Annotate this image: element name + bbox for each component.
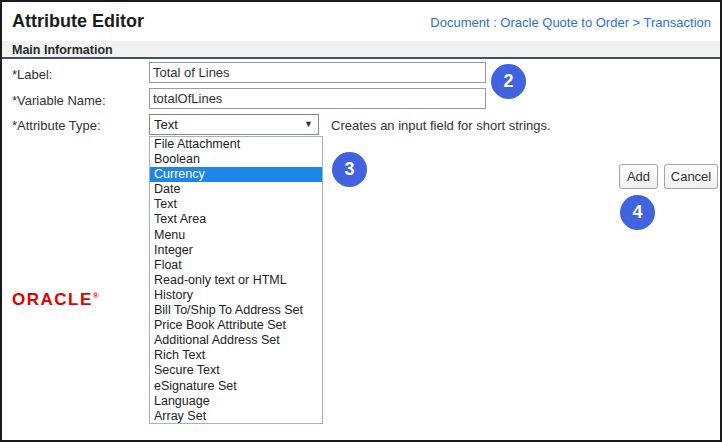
attribute-type-help-text: Creates an input field for short strings… — [331, 118, 551, 133]
dropdown-option[interactable]: Menu — [150, 228, 322, 243]
dropdown-option[interactable]: Price Book Attribute Set — [150, 318, 322, 333]
chevron-down-icon: ▼ — [304, 115, 313, 134]
variable-name-input[interactable] — [149, 88, 486, 109]
dropdown-option[interactable]: Additional Address Set — [150, 333, 322, 348]
attribute-type-listbox: File AttachmentBooleanCurrencyDateTextTe… — [149, 136, 323, 424]
callout-badge-2: 2 — [491, 64, 526, 99]
callout-badge-3: 3 — [332, 152, 367, 187]
dropdown-option[interactable]: Integer — [150, 243, 322, 258]
attribute-type-field-label: *Attribute Type: — [12, 118, 101, 133]
dropdown-option[interactable]: Date — [150, 182, 322, 197]
variable-name-field-label: *Variable Name: — [12, 93, 106, 108]
dropdown-option[interactable]: eSignature Set — [150, 379, 322, 394]
section-header-bar: Main Information — [2, 41, 720, 59]
dropdown-option[interactable]: Boolean — [150, 152, 322, 167]
oracle-logo: ORACLE® — [12, 290, 99, 310]
attribute-type-select[interactable]: Text ▼ — [149, 114, 319, 135]
breadcrumb-link[interactable]: Document : Oracle Quote to Order > Trans… — [430, 15, 711, 30]
dropdown-option[interactable]: Rich Text — [150, 348, 322, 363]
add-button[interactable]: Add — [619, 164, 658, 189]
dropdown-option[interactable]: File Attachment — [150, 137, 322, 152]
dropdown-option[interactable]: Currency — [150, 167, 322, 182]
attribute-type-selected-value: Text — [154, 117, 178, 132]
dropdown-option[interactable]: Language — [150, 394, 322, 409]
dropdown-option[interactable]: Secure Text — [150, 363, 322, 378]
dropdown-option[interactable]: Bill To/Ship To Address Set — [150, 303, 322, 318]
cancel-button[interactable]: Cancel — [664, 164, 718, 189]
label-field-label: *Label: — [12, 67, 52, 82]
label-input[interactable] — [149, 62, 486, 83]
dropdown-option[interactable]: Text Area — [150, 212, 322, 227]
oracle-logo-text: ORACLE — [12, 290, 93, 309]
callout-badge-4: 4 — [620, 195, 655, 230]
dropdown-option[interactable]: Float — [150, 258, 322, 273]
attribute-editor-window: Attribute Editor Document : Oracle Quote… — [0, 0, 722, 442]
dropdown-option[interactable]: History — [150, 288, 322, 303]
dropdown-option[interactable]: Text — [150, 197, 322, 212]
dropdown-option[interactable]: Read-only text or HTML — [150, 273, 322, 288]
page-title: Attribute Editor — [12, 11, 144, 32]
section-title: Main Information — [12, 43, 113, 57]
dropdown-option[interactable]: Array Set — [150, 409, 322, 424]
registered-mark: ® — [93, 291, 99, 300]
